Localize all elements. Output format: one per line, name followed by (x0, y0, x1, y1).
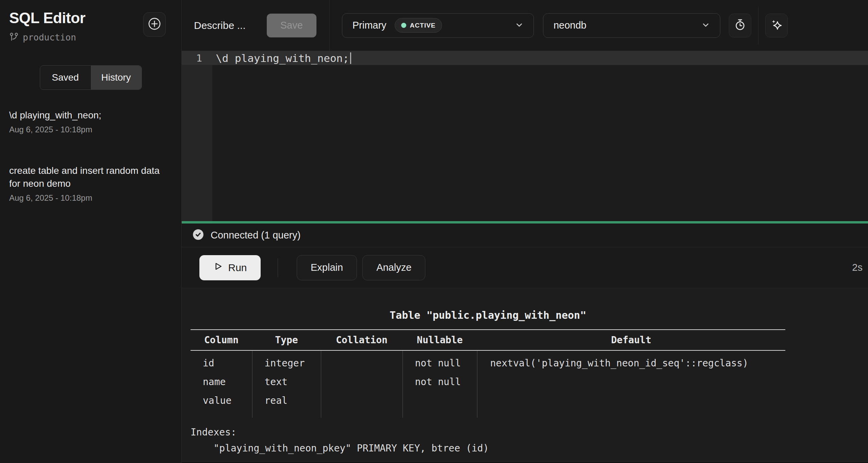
table-row: id integer not null nextval('playing_wit… (191, 350, 785, 373)
new-query-button[interactable] (143, 12, 166, 37)
code-editor[interactable]: 1 \d playing_with_neon; (182, 51, 868, 221)
column-header: Collation (321, 330, 403, 350)
saved-history-segmented-control: Saved History (40, 65, 142, 90)
editor-text-area[interactable] (212, 65, 868, 221)
history-item-title: create table and insert random data for … (9, 164, 172, 190)
run-button-label: Run (228, 262, 247, 274)
query-timer-button[interactable] (729, 14, 751, 37)
table-cell: text (252, 373, 321, 391)
code-line-text: \d playing_with_neon; (212, 52, 349, 64)
plus-circle-icon (147, 17, 162, 32)
table-cell: integer (252, 350, 321, 373)
check-circle-icon (192, 228, 204, 242)
editor-active-line: 1 \d playing_with_neon; (182, 51, 868, 65)
main-panel: Describe ... Save Primary ACTIVE neondb (182, 0, 868, 463)
active-status-badge: ACTIVE (395, 18, 442, 33)
query-duration: 2s (852, 262, 863, 273)
editor-gutter (182, 65, 212, 221)
table-cell: not null (403, 350, 477, 373)
table-cell (477, 391, 785, 418)
sparkles-icon (770, 18, 783, 33)
query-toolbar: Run Explain Analyze 2s (182, 247, 868, 288)
results-index-detail: "playing_with_neon_pkey" PRIMARY KEY, bt… (191, 443, 868, 454)
table-cell: name (191, 373, 252, 391)
column-header: Nullable (403, 330, 477, 350)
sql-editor-app: SQL Editor (0, 0, 868, 463)
analyze-button[interactable]: Analyze (362, 255, 425, 280)
sidebar-header: SQL Editor (0, 10, 181, 43)
table-cell (477, 373, 785, 391)
table-cell (321, 350, 403, 373)
table-cell: id (191, 350, 252, 373)
table-row: name text not null (191, 373, 785, 391)
editor-body (182, 65, 868, 221)
topbar: Describe ... Save Primary ACTIVE neondb (182, 0, 868, 51)
ai-assist-button[interactable] (765, 14, 788, 37)
history-item-timestamp: Aug 6, 2025 - 10:18pm (9, 125, 172, 134)
explain-button[interactable]: Explain (297, 255, 357, 280)
table-cell: not null (403, 373, 477, 391)
history-item-title: \d playing_with_neon; (9, 109, 172, 122)
query-title[interactable]: Describe ... (194, 20, 246, 31)
stopwatch-icon (734, 18, 747, 33)
history-item[interactable]: \d playing_with_neon; Aug 6, 2025 - 10:1… (0, 101, 181, 142)
status-dot-icon (401, 23, 406, 28)
column-header: Default (477, 330, 785, 350)
toolbar-divider (278, 258, 278, 277)
chevron-down-icon (514, 19, 525, 32)
run-button[interactable]: Run (199, 255, 261, 280)
sidebar: SQL Editor (0, 0, 182, 463)
connection-accent-divider (182, 221, 868, 224)
table-cell: nextval('playing_with_neon_id_seq'::regc… (477, 350, 785, 373)
tab-history[interactable]: History (91, 66, 142, 89)
chevron-down-icon (700, 19, 711, 32)
database-selector-dropdown[interactable]: neondb (543, 13, 720, 38)
tab-saved[interactable]: Saved (40, 66, 91, 89)
results-indexes-label: Indexes: (191, 427, 868, 438)
table-cell (403, 391, 477, 418)
column-header: Column (191, 330, 252, 350)
history-item[interactable]: create table and insert random data for … (0, 157, 181, 210)
results-header-row: Column Type Collation Nullable Default (191, 330, 785, 350)
table-cell (321, 373, 403, 391)
table-cell: real (252, 391, 321, 418)
table-row: value real (191, 391, 785, 418)
history-list: \d playing_with_neon; Aug 6, 2025 - 10:1… (0, 101, 181, 210)
topbar-divider (329, 0, 330, 51)
table-cell: value (191, 391, 252, 418)
branch-selector-dropdown[interactable]: Primary ACTIVE (342, 13, 534, 38)
topbar-divider (758, 6, 758, 45)
text-cursor (350, 52, 351, 64)
database-name: neondb (554, 20, 587, 31)
table-cell (321, 391, 403, 418)
results-table: Column Type Collation Nullable Default i… (191, 329, 785, 418)
branch-name: production (23, 32, 76, 43)
history-item-timestamp: Aug 6, 2025 - 10:18pm (9, 193, 172, 203)
results-table-title: Table "public.playing_with_neon" (191, 309, 785, 321)
results-panel: Table "public.playing_with_neon" Column … (182, 288, 868, 462)
connection-status-bar: Connected (1 query) (182, 224, 868, 247)
git-branch-icon (9, 32, 19, 43)
status-badge-label: ACTIVE (410, 22, 436, 29)
branch-selector-name: Primary (353, 20, 387, 31)
column-header: Type (252, 330, 321, 350)
play-icon (213, 261, 223, 274)
connection-status-text: Connected (1 query) (211, 230, 300, 241)
line-number: 1 (182, 52, 212, 64)
save-button[interactable]: Save (267, 14, 316, 37)
